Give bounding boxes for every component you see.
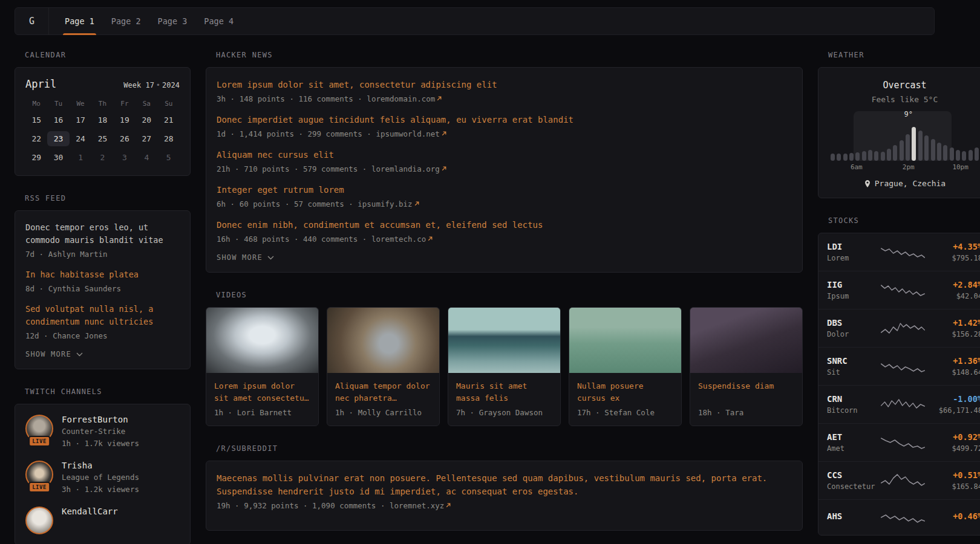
hn-item-headline[interactable]: Aliquam nec cursus elit [217,148,792,161]
stock-row[interactable]: DBS Dolor +1.42% $156.28 [818,309,980,347]
video-body: Lorem ipsum dolor sit amet consectetu… 1… [206,373,318,426]
tab-page-2[interactable]: Page 2 [103,8,149,34]
video-card[interactable]: Aliquam tempor dolor nec pharetra… 1h · … [327,307,440,426]
hn-item-meta: 16h · 468 points · 440 comments · loremt… [217,234,792,244]
weather-bar [962,151,966,161]
stock-id: LDI Lorem [827,242,880,262]
subreddit-item-domain: loremnet.xyz [390,501,444,510]
external-link-icon [427,236,433,242]
weather-bar [956,150,960,161]
stock-row[interactable]: LDI Lorem +4.35% $795.18 [818,233,980,271]
stock-price: $156.28 [926,330,980,338]
hn-item-meta: 6h · 60 points · 57 comments · ipsumify.… [217,199,792,209]
calendar-header: April Week 17•2024 [25,78,180,90]
weather-bar [950,147,954,161]
hn-item-domain-link[interactable]: loremlandia.org [371,164,447,173]
twitch-channel: LIVE ForrestBurton Counter-Strike 1h · 1… [25,415,180,448]
location-pin-icon [864,180,871,188]
hacker-news-widget-title: HACKER NEWS [216,51,803,59]
weather-bar [831,154,835,161]
video-card[interactable]: Lorem ipsum dolor sit amet consectetu… 1… [206,307,319,426]
stock-name: Lorem [827,254,880,262]
hn-item-headline[interactable]: Integer eget rutrum lorem [217,183,792,196]
calendar-day-today: 23 [47,131,69,146]
hn-item-domain-link[interactable]: ipsumify.biz [358,199,419,209]
channel-name[interactable]: KendallCarr [62,507,118,516]
stock-row[interactable]: CRN Bitcorn -1.00% $66,171.48 [818,385,980,423]
hn-item: Aliquam nec cursus elit 21h · 710 points… [217,148,792,174]
stock-row[interactable]: AHS +0.46% [818,499,980,535]
video-card[interactable]: Mauris sit amet massa felis 7h · Grayson… [448,307,561,426]
rss-widget: RSS FEED Donec tempor eros leo, ut commo… [15,194,191,369]
hn-item-domain-link[interactable]: ipsumworld.net [376,129,446,138]
channel-name[interactable]: ForrestBurton [62,415,139,424]
rss-item-headline[interactable]: Sed volutpat nulla nisl, a condimentum n… [25,303,180,328]
hn-item-headline[interactable]: Donec enim nibh, condimentum et accumsan… [217,218,792,232]
tab-page-1[interactable]: Page 1 [56,8,103,34]
video-meta: 17h · Stefan Cole [577,408,673,417]
channel-avatar[interactable] [25,507,53,534]
rss-item-headline[interactable]: In hac habitasse platea [25,268,180,281]
stock-row[interactable]: CCS Consectetur +0.51% $165.84 [818,461,980,499]
tab-page-4[interactable]: Page 4 [195,8,242,34]
stock-change: +1.42% [926,318,980,328]
tab-page-3[interactable]: Page 3 [149,8,196,34]
stock-values: +0.92% $499.72 [926,432,980,453]
weather-bar-chart: 9° 6am 2pm 10pm [829,111,980,172]
calendar-day: 5 [158,150,180,165]
channel-name[interactable]: Trisha [62,461,139,470]
weather-bar-now [912,127,916,161]
stock-values: +1.42% $156.28 [926,318,980,338]
subreddit-item: Maecenas mollis pulvinar erat non posuer… [217,471,792,511]
weather-widget: WEATHER Overcast Feels like 5°C 9° 6am 2… [818,51,980,198]
rss-item-headline[interactable]: Donec tempor eros leo, ut commodo mauris… [25,221,180,247]
topbar: G Page 1 Page 2 Page 3 Page 4 [15,7,935,35]
hn-item-headline[interactable]: Lorem ipsum dolor sit amet, consectetur … [217,78,792,91]
external-link-icon [441,166,447,172]
hn-item-headline[interactable]: Donec imperdiet augue tincidunt felis al… [217,113,792,126]
stock-price: $66,171.48 [926,406,980,415]
rss-show-more-button[interactable]: SHOW MORE [25,350,83,358]
video-meta: 1h · Molly Carrillo [335,408,431,417]
stock-row[interactable]: AET Amet +0.92% $499.72 [818,423,980,461]
video-card[interactable]: Nullam posuere cursus ex 17h · Stefan Co… [569,307,682,426]
rss-widget-title: RSS FEED [25,194,191,202]
calendar-year: 2024 [162,81,180,89]
stock-price: $165.84 [926,482,980,491]
weather-bar [975,147,979,161]
weather-time-axis: 6am 2pm 10pm [829,163,980,172]
stock-row[interactable]: SNRC Sit +1.36% $148.64 [818,347,980,385]
hn-item-domain-link[interactable]: loremdomain.com [367,94,442,103]
weather-bar [862,151,866,161]
weather-bar [924,135,929,161]
hn-show-more-button[interactable]: SHOW MORE [217,253,274,262]
stock-values: +1.36% $148.64 [926,356,980,377]
calendar-card: April Week 17•2024 Mo Tu We Th Fr Sa Su … [15,67,191,176]
weather-current-temp-label: 9° [904,110,912,118]
subreddit-item-headline[interactable]: Maecenas mollis pulvinar erat non posuer… [217,471,792,498]
stock-id: IIG Ipsum [827,280,880,300]
stock-sparkline [880,243,926,261]
weather-time-label: 2pm [903,163,915,171]
stock-row[interactable]: IIG Ipsum +2.84% $42.04 [818,271,980,309]
weather-bar [969,150,973,161]
subreddit-item-domain-link[interactable]: loremnet.xyz [390,501,451,510]
hn-item-domain: loremdomain.com [367,94,435,103]
calendar-day-header: Tu [47,97,69,109]
calendar-day-header: Th [91,97,113,109]
hn-item-domain: ipsumify.biz [358,199,412,209]
app-logo[interactable]: G [15,8,49,34]
hn-item-stats: 3h · 148 points · 116 comments · [217,94,367,103]
video-card[interactable]: Suspendisse diam 18h · Tara [690,307,803,426]
video-title: Suspendisse diam [698,380,794,404]
hn-item-domain-link[interactable]: loremtech.co [371,235,433,244]
channel-meta: 1h · 1.7k viewers [62,438,139,448]
calendar-day: 19 [114,112,136,128]
rss-item-meta: 12d · Chance Jones [25,331,180,341]
video-thumbnail [206,308,318,373]
rss-card: Donec tempor eros leo, ut commodo mauris… [15,210,191,369]
live-badge: LIVE [28,436,50,447]
channel-meta: 3h · 1.2k viewers [62,484,139,494]
page-tabs: Page 1 Page 2 Page 3 Page 4 [49,8,242,34]
hn-item-stats: 1d · 1,414 points · 299 comments · [217,129,376,138]
